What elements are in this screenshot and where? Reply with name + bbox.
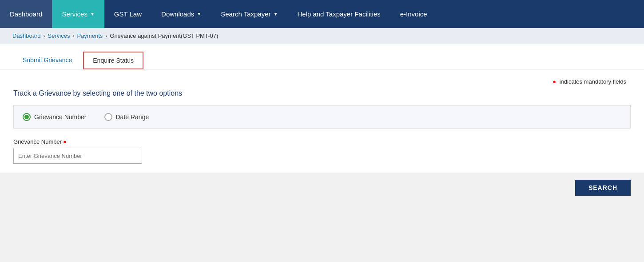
nav-downloads[interactable]: Downloads ▼: [151, 0, 211, 28]
radio-date-range-label: Date Range: [116, 113, 149, 121]
form-section: ● indicates mandatory fields Track a Gri…: [0, 69, 644, 164]
radio-grievance-number-label: Grievance Number: [34, 113, 87, 121]
breadcrumb-payments: Payments: [77, 32, 103, 39]
services-dropdown-icon: ▼: [90, 12, 95, 16]
field-required-marker: ●: [63, 138, 67, 145]
nav-dashboard-label: Dashboard: [10, 10, 42, 18]
nav-dashboard[interactable]: Dashboard: [0, 0, 52, 28]
radio-grievance-number[interactable]: Grievance Number: [23, 113, 87, 121]
radio-options-box: Grievance Number Date Range: [13, 105, 631, 129]
nav-einvoice-label: e-Invoice: [400, 10, 427, 18]
nav-einvoice[interactable]: e-Invoice: [390, 0, 437, 28]
main-content: Submit Grievance Enquire Status ● indica…: [0, 44, 644, 203]
mandatory-note: ● indicates mandatory fields: [13, 78, 631, 85]
nav-search-taxpayer[interactable]: Search Taxpayer ▼: [211, 0, 287, 28]
breadcrumb-dashboard[interactable]: Dashboard: [12, 32, 41, 39]
action-bar: SEARCH: [0, 173, 644, 203]
nav-search-taxpayer-label: Search Taxpayer: [221, 10, 270, 18]
breadcrumb-sep-3: ›: [105, 33, 107, 39]
downloads-dropdown-icon: ▼: [197, 12, 201, 16]
navbar: Dashboard Services ▼ GST Law Downloads ▼…: [0, 0, 644, 28]
grievance-number-input[interactable]: [13, 148, 142, 164]
nav-downloads-label: Downloads: [161, 10, 194, 18]
breadcrumb: Dashboard › Services › Payments › Grieva…: [0, 28, 644, 44]
radio-date-range[interactable]: Date Range: [104, 113, 149, 121]
radio-grievance-number-circle: [23, 113, 31, 121]
mandatory-dot: ●: [553, 78, 556, 85]
grievance-number-field-group: Grievance Number ●: [13, 138, 631, 164]
track-title: Track a Grievance by selecting one of th…: [13, 89, 631, 97]
nav-gst-law-label: GST Law: [114, 10, 142, 18]
radio-date-range-circle: [104, 113, 112, 121]
nav-gst-law[interactable]: GST Law: [104, 0, 151, 28]
search-button[interactable]: SEARCH: [575, 180, 631, 196]
breadcrumb-sep-2: ›: [72, 33, 74, 39]
nav-services-label: Services: [62, 10, 87, 18]
tab-submit-grievance[interactable]: Submit Grievance: [13, 52, 81, 69]
nav-help[interactable]: Help and Taxpayer Facilities: [287, 0, 390, 28]
breadcrumb-sep-1: ›: [44, 33, 45, 39]
nav-help-label: Help and Taxpayer Facilities: [297, 10, 380, 18]
radio-grievance-number-inner: [24, 115, 29, 119]
nav-services[interactable]: Services ▼: [52, 0, 104, 28]
grievance-number-label: Grievance Number ●: [13, 138, 631, 145]
search-taxpayer-dropdown-icon: ▼: [274, 12, 278, 16]
breadcrumb-current: Grievance against Payment(GST PMT-07): [110, 32, 218, 39]
tabs-bar: Submit Grievance Enquire Status: [0, 44, 644, 69]
breadcrumb-services: Services: [48, 32, 70, 39]
tab-enquire-status[interactable]: Enquire Status: [83, 52, 143, 69]
